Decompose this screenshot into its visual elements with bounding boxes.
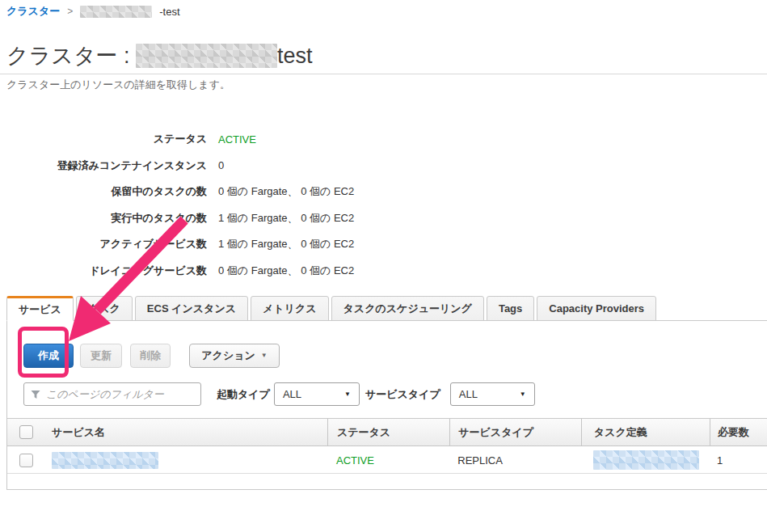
page-filter-input[interactable]: このページのフィルター (23, 382, 201, 406)
column-header-desired-count[interactable]: 必要数 (710, 419, 767, 445)
service-type-select[interactable]: ALL ▼ (450, 382, 535, 406)
filter-funnel-icon (31, 390, 40, 399)
status-value: 0 個の Fargate、 0 個の EC2 (218, 264, 354, 278)
breadcrumb-clusters-link[interactable]: クラスター (6, 4, 60, 19)
delete-button[interactable]: 削除 (130, 344, 171, 368)
redacted-service-name-link[interactable] (52, 452, 158, 469)
select-all-checkbox[interactable] (19, 425, 33, 439)
status-row: アクティブサービス数 1 個の Fargate、 0 個の EC2 (6, 231, 354, 258)
breadcrumb: クラスター > -test (6, 4, 180, 19)
tab-capacity-providers[interactable]: Capacity Providers (537, 296, 656, 321)
service-type-value: ALL (459, 388, 478, 400)
status-label: 実行中のタスクの数 (6, 211, 207, 226)
actions-label: アクション (201, 348, 255, 363)
redacted-task-definition-link[interactable] (593, 450, 699, 470)
tab-tags[interactable]: Tags (487, 296, 534, 321)
column-header-service-type[interactable]: サービスタイプ (449, 419, 581, 445)
status-value: 1 個の Fargate、 0 個の EC2 (218, 237, 354, 251)
status-row: ドレイニングサービス数 0 個の Fargate、 0 個の EC2 (6, 258, 354, 285)
status-label: 保留中のタスクの数 (6, 184, 207, 199)
tab-metrics[interactable]: メトリクス (251, 296, 329, 321)
tab-services[interactable]: サービス (6, 296, 74, 321)
filter-row: このページのフィルター 起動タイプ ALL ▼ サービスタイプ ALL ▼ (23, 382, 535, 406)
actions-dropdown-button[interactable]: アクション ▼ (189, 344, 280, 368)
status-row: 登録済みコンテナインスタンス 0 (6, 153, 354, 179)
status-value-active: ACTIVE (218, 133, 256, 146)
status-label: 登録済みコンテナインスタンス (6, 158, 207, 173)
status-label: ステータス (6, 132, 207, 146)
status-label: アクティブサービス数 (6, 237, 207, 251)
update-button[interactable]: 更新 (80, 344, 122, 368)
service-type-value-cell: REPLICA (449, 447, 581, 473)
services-toolbar: 作成 更新 削除 アクション ▼ (23, 344, 280, 368)
page-title: クラスター : test (6, 41, 313, 70)
status-row: 実行中のタスクの数 1 個の Fargate、 0 個の EC2 (6, 205, 354, 232)
status-label: ドレイニングサービス数 (6, 264, 207, 278)
launch-type-select[interactable]: ALL ▼ (274, 382, 360, 406)
desired-count-value: 1 (710, 447, 767, 473)
ecs-cluster-detail-page: クラスター > -test クラスター : test クラスター上のリソースの詳… (0, 0, 767, 532)
breadcrumb-separator: > (67, 6, 73, 17)
page-subtitle: クラスター上のリソースの詳細を取得します。 (6, 78, 230, 92)
filter-placeholder: このページのフィルター (46, 387, 164, 402)
row-checkbox[interactable] (19, 454, 33, 467)
status-value: 0 個の Fargate、 0 個の EC2 (218, 184, 354, 199)
status-row: 保留中のタスクの数 0 個の Fargate、 0 個の EC2 (6, 179, 354, 205)
column-header-task-definition[interactable]: タスク定義 (581, 419, 710, 445)
tab-ecs-instances[interactable]: ECS インスタンス (135, 296, 248, 321)
page-title-suffix: test (277, 44, 313, 68)
services-panel: 作成 更新 削除 アクション ▼ このページのフィルター 起動タイプ ALL ▼… (6, 320, 767, 490)
status-value: 0 (218, 159, 224, 171)
cluster-tabs: サービス タスク ECS インスタンス メトリクス タスクのスケジューリング T… (6, 296, 659, 321)
redacted-cluster-name-title (136, 44, 277, 68)
service-table-row: ACTIVE REPLICA 1 (7, 447, 767, 474)
page-title-prefix: クラスター : (6, 44, 136, 68)
status-row: ステータス ACTIVE (6, 126, 354, 153)
caret-down-icon: ▼ (520, 391, 526, 398)
create-button[interactable]: 作成 (23, 344, 74, 368)
title-divider (0, 74, 767, 74)
launch-type-value: ALL (283, 388, 301, 400)
breadcrumb-current: -test (159, 6, 179, 18)
caret-down-icon: ▼ (261, 353, 268, 359)
service-type-label: サービスタイプ (365, 387, 440, 402)
launch-type-label: 起動タイプ (217, 387, 270, 402)
service-status: ACTIVE (327, 447, 449, 473)
caret-down-icon: ▼ (344, 391, 351, 398)
tab-tasks[interactable]: タスク (76, 296, 133, 321)
column-header-status[interactable]: ステータス (327, 419, 449, 445)
column-header-service-name[interactable]: サービス名 (45, 419, 327, 445)
redacted-cluster-name (80, 6, 152, 18)
status-value: 1 個の Fargate、 0 個の EC2 (218, 211, 354, 226)
cluster-status-list: ステータス ACTIVE 登録済みコンテナインスタンス 0 保留中のタスクの数 … (6, 126, 354, 284)
services-table-header: サービス名 ステータス サービスタイプ タスク定義 必要数 (7, 418, 767, 446)
tab-scheduled-tasks[interactable]: タスクのスケジューリング (331, 296, 484, 321)
